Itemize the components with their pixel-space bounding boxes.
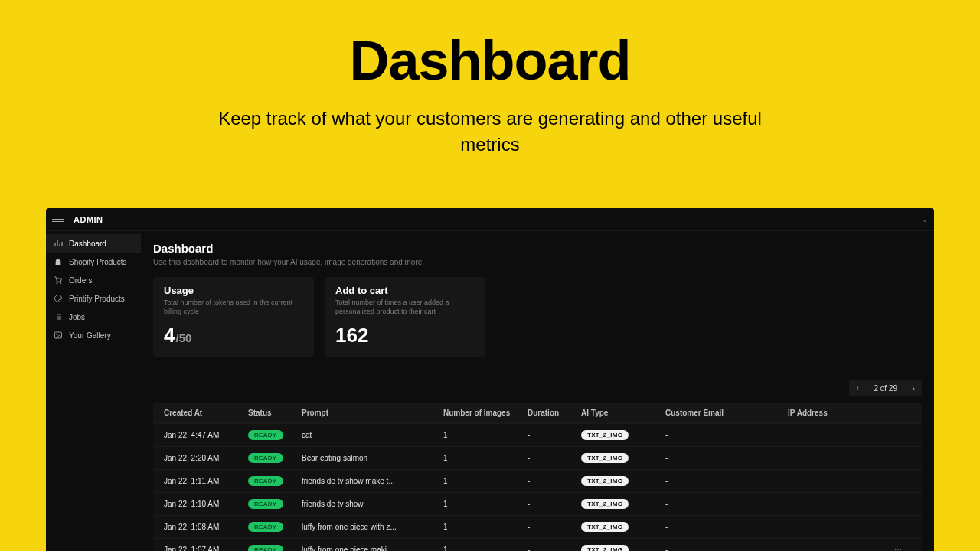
- main-content: Dashboard Use this dashboard to monitor …: [141, 231, 934, 551]
- bag-icon: [54, 257, 63, 266]
- table-row[interactable]: Jan 22, 1:10 AMREADYfriends de tv show1-…: [153, 492, 922, 515]
- cell-prompt: friends de tv show: [302, 500, 443, 508]
- svg-point-1: [60, 282, 61, 284]
- table-row[interactable]: Jan 22, 4:47 AMREADYcat1-TXT_2_IMG-⋯: [153, 423, 922, 446]
- table-row[interactable]: Jan 22, 2:20 AMREADYBear eating salmon1-…: [153, 446, 922, 469]
- row-actions-button[interactable]: ⋯: [880, 500, 903, 508]
- cell-ai-type: TXT_2_IMG: [581, 453, 665, 463]
- cell-prompt: luffy from one piece maki...: [302, 546, 443, 551]
- col-ai-type[interactable]: AI Type: [581, 409, 665, 417]
- cell-duration: -: [528, 477, 581, 485]
- row-actions-button[interactable]: ⋯: [880, 546, 903, 551]
- generations-table: Created At Status Prompt Number of Image…: [153, 403, 922, 551]
- ai-type-badge: TXT_2_IMG: [581, 522, 629, 532]
- cell-created-at: Jan 22, 2:20 AM: [164, 454, 248, 462]
- sidebar-item-jobs[interactable]: Jobs: [46, 308, 141, 326]
- col-duration[interactable]: Duration: [528, 409, 581, 417]
- cell-status: READY: [248, 430, 302, 440]
- ai-type-badge: TXT_2_IMG: [581, 476, 629, 486]
- cell-status: READY: [248, 476, 302, 486]
- col-ip-address[interactable]: IP Address: [788, 409, 880, 417]
- add-to-cart-card: Add to cart Total number of times a user…: [325, 277, 485, 357]
- cell-email: -: [665, 431, 788, 439]
- page-title: Dashboard: [153, 242, 922, 255]
- cell-email: -: [665, 500, 788, 508]
- cell-status: READY: [248, 522, 302, 532]
- col-customer-email[interactable]: Customer Email: [665, 409, 788, 417]
- cart-icon: [54, 276, 63, 285]
- cell-images: 1: [443, 523, 528, 531]
- row-actions-button[interactable]: ⋯: [880, 477, 903, 485]
- cell-duration: -: [528, 431, 581, 439]
- app-name: ADMIN: [74, 215, 103, 224]
- cell-created-at: Jan 22, 1:11 AM: [164, 477, 248, 485]
- sidebar-item-label: Orders: [69, 276, 93, 285]
- table-row[interactable]: Jan 22, 1:11 AMREADYfriends de tv show m…: [153, 469, 922, 492]
- sidebar-item-label: Dashboard: [69, 240, 106, 248]
- page-subtitle: Use this dashboard to monitor how your A…: [153, 258, 922, 266]
- titlebar: ADMIN ⌄: [46, 208, 934, 231]
- sidebar-item-printify-products[interactable]: Printify Products: [46, 289, 141, 308]
- cell-duration: -: [528, 546, 581, 551]
- row-actions-button[interactable]: ⋯: [880, 523, 903, 531]
- usage-card-title: Usage: [164, 285, 303, 296]
- sidebar-item-dashboard[interactable]: Dashboard: [46, 234, 141, 253]
- col-created-at[interactable]: Created At: [164, 409, 248, 417]
- bars-icon: [54, 239, 63, 248]
- sidebar-item-your-gallery[interactable]: Your Gallery: [46, 326, 141, 344]
- page-next-button[interactable]: ›: [905, 380, 922, 396]
- pagination: ‹ 2 of 29 ›: [153, 380, 922, 396]
- sidebar-item-label: Your Gallery: [69, 331, 111, 340]
- image-icon: [54, 331, 63, 340]
- col-number-images[interactable]: Number of Images: [443, 409, 528, 417]
- row-actions-button[interactable]: ⋯: [880, 431, 903, 439]
- col-prompt[interactable]: Prompt: [302, 409, 443, 417]
- cell-created-at: Jan 22, 1:08 AM: [164, 523, 248, 531]
- ai-type-badge: TXT_2_IMG: [581, 499, 629, 509]
- sidebar-item-orders[interactable]: Orders: [46, 271, 141, 289]
- cell-status: READY: [248, 453, 302, 463]
- cell-status: READY: [248, 499, 302, 509]
- status-badge: READY: [248, 430, 283, 440]
- cell-prompt: cat: [302, 431, 443, 439]
- cell-images: 1: [443, 454, 528, 462]
- page-indicator: 2 of 29: [866, 380, 905, 396]
- cell-email: -: [665, 523, 788, 531]
- hamburger-icon[interactable]: [52, 217, 64, 222]
- table-header: Created At Status Prompt Number of Image…: [153, 403, 922, 423]
- status-badge: READY: [248, 545, 283, 551]
- cell-images: 1: [443, 500, 528, 508]
- col-status[interactable]: Status: [248, 409, 302, 417]
- hero-subtitle: Keep track of what your customers are ge…: [199, 106, 781, 157]
- cell-ai-type: TXT_2_IMG: [581, 499, 665, 509]
- cell-created-at: Jan 22, 4:47 AM: [164, 431, 248, 439]
- usage-card-desc: Total number of tokens used in the curre…: [164, 298, 303, 316]
- ai-type-badge: TXT_2_IMG: [581, 545, 629, 551]
- page-prev-button[interactable]: ‹: [849, 380, 866, 396]
- cell-created-at: Jan 22, 1:10 AM: [164, 500, 248, 508]
- row-actions-button[interactable]: ⋯: [880, 454, 903, 462]
- list-icon: [54, 312, 63, 321]
- ai-type-badge: TXT_2_IMG: [581, 453, 629, 463]
- admin-app-window: ADMIN ⌄ Dashboard Shopify Products Order…: [46, 208, 934, 551]
- sidebar: Dashboard Shopify Products Orders Printi…: [46, 231, 141, 551]
- usage-card: Usage Total number of tokens used in the…: [153, 277, 314, 357]
- cell-ai-type: TXT_2_IMG: [581, 545, 665, 551]
- cell-duration: -: [528, 500, 581, 508]
- cell-status: READY: [248, 545, 302, 551]
- table-row[interactable]: Jan 22, 1:08 AMREADYluffy from one piece…: [153, 515, 922, 538]
- svg-point-3: [57, 334, 58, 335]
- cell-created-at: Jan 22, 1:07 AM: [164, 546, 248, 551]
- table-row[interactable]: Jan 22, 1:07 AMREADYluffy from one piece…: [153, 538, 922, 551]
- ai-type-badge: TXT_2_IMG: [581, 430, 629, 440]
- sidebar-item-label: Jobs: [69, 313, 85, 321]
- cell-duration: -: [528, 523, 581, 531]
- cell-duration: -: [528, 454, 581, 462]
- sidebar-item-label: Shopify Products: [69, 258, 127, 266]
- cell-email: -: [665, 477, 788, 485]
- cell-ai-type: TXT_2_IMG: [581, 476, 665, 486]
- svg-rect-2: [55, 332, 62, 338]
- status-badge: READY: [248, 499, 283, 509]
- sidebar-item-shopify-products[interactable]: Shopify Products: [46, 253, 141, 271]
- chevron-down-icon[interactable]: ⌄: [922, 215, 928, 223]
